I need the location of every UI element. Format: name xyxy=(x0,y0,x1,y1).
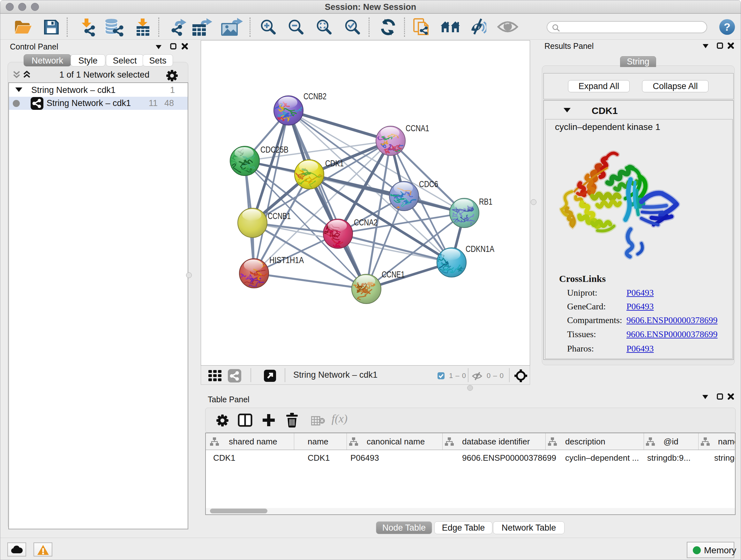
svg-text:CDKN1A: CDKN1A xyxy=(466,244,494,254)
svg-text:RB1: RB1 xyxy=(479,197,492,206)
svg-text:CCNB1: CCNB1 xyxy=(268,211,291,221)
svg-text:CDK1: CDK1 xyxy=(325,159,344,168)
svg-text:CCNA1: CCNA1 xyxy=(406,124,429,133)
svg-text:CDC25B: CDC25B xyxy=(260,145,288,154)
svg-text:CCNB2: CCNB2 xyxy=(304,91,327,101)
svg-text:CCNA2: CCNA2 xyxy=(354,218,378,227)
svg-text:CCNE1: CCNE1 xyxy=(382,270,405,279)
svg-text:CDC6: CDC6 xyxy=(419,179,438,189)
svg-text:HIST1H1A: HIST1H1A xyxy=(269,255,304,265)
